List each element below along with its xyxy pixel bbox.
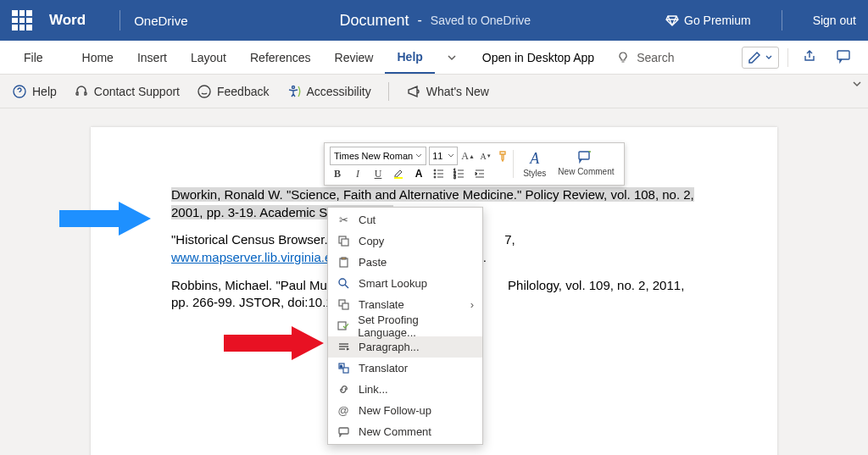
paragraph-icon xyxy=(337,341,350,352)
at-icon: @ xyxy=(337,404,350,417)
chevron-down-icon xyxy=(851,78,863,90)
open-in-desktop-button[interactable]: Open in Desktop App xyxy=(469,51,608,64)
italic-button[interactable]: I xyxy=(350,166,365,181)
svg-point-7 xyxy=(434,173,436,175)
title-bar: Word OneDrive Document - Saved to OneDri… xyxy=(0,0,868,41)
menu-item-new-followup[interactable]: @New Follow-up xyxy=(328,400,482,421)
font-size-select[interactable]: 11 xyxy=(429,147,458,165)
svg-rect-20 xyxy=(579,152,589,159)
tab-help[interactable]: Help xyxy=(385,41,434,74)
styles-icon: A xyxy=(530,150,539,168)
app-launcher-icon[interactable] xyxy=(12,10,32,31)
tab-home[interactable]: Home xyxy=(70,41,125,74)
search-box[interactable]: Search xyxy=(616,51,674,64)
chevron-down-icon xyxy=(415,153,422,159)
styles-button[interactable]: AStyles xyxy=(519,150,550,178)
highlighter-icon xyxy=(392,168,404,180)
svg-point-3 xyxy=(292,86,295,88)
numbering-button[interactable]: 123 xyxy=(452,166,467,181)
tab-references[interactable]: References xyxy=(238,41,323,74)
indent-button[interactable] xyxy=(472,166,487,181)
menu-item-proofing-language[interactable]: Set Proofing Language... xyxy=(328,315,482,336)
diamond-icon xyxy=(665,14,679,27)
ribbon-overflow[interactable] xyxy=(851,78,863,93)
divider xyxy=(120,10,120,31)
chevron-down-icon xyxy=(448,153,454,159)
annotation-arrow-red xyxy=(224,326,326,360)
pencil-icon xyxy=(748,51,761,64)
new-comment-button[interactable]: New Comment xyxy=(554,150,618,178)
tab-review[interactable]: Review xyxy=(323,41,386,74)
menu-item-translate[interactable]: Translate› xyxy=(328,294,482,315)
bold-button[interactable]: B xyxy=(330,166,345,181)
translator-icon: a xyxy=(337,363,350,374)
numbering-icon: 123 xyxy=(453,168,465,180)
link-icon xyxy=(337,384,350,395)
storage-location[interactable]: OneDrive xyxy=(134,14,187,28)
menu-item-smart-lookup[interactable]: Smart Lookup xyxy=(328,273,482,294)
whats-new-button[interactable]: What's New xyxy=(406,84,489,99)
divider xyxy=(782,10,782,31)
accessibility-icon xyxy=(286,84,301,99)
editing-mode-button[interactable] xyxy=(742,47,779,69)
share-button[interactable] xyxy=(797,43,822,72)
comments-button[interactable] xyxy=(831,43,856,72)
svg-rect-28 xyxy=(342,303,348,309)
underline-button[interactable]: U xyxy=(370,166,386,181)
save-status: Saved to OneDrive xyxy=(431,14,531,27)
scissors-icon: ✂ xyxy=(337,214,350,226)
annotation-arrow-blue xyxy=(59,202,153,236)
svg-text:3: 3 xyxy=(453,175,456,180)
svg-point-9 xyxy=(434,176,436,178)
menu-item-paste[interactable]: Paste xyxy=(328,252,482,273)
svg-line-26 xyxy=(345,285,348,288)
go-premium-button[interactable]: Go Premium xyxy=(665,14,751,27)
menu-item-cut[interactable]: ✂Cut xyxy=(328,209,482,230)
mini-toolbar: Times New Roman 11 A▲ A▼ B I U A 123 ASt… xyxy=(324,142,625,186)
tab-insert[interactable]: Insert xyxy=(125,41,179,74)
format-painter-button[interactable] xyxy=(496,148,511,164)
highlight-button[interactable] xyxy=(391,166,406,181)
hyperlink[interactable]: www.mapserver.lib.virginia.edu/ xyxy=(171,250,349,264)
menu-item-new-comment[interactable]: New Comment xyxy=(328,421,482,442)
proofing-icon xyxy=(337,320,349,331)
font-color-button[interactable]: A xyxy=(411,166,426,181)
font-family-select[interactable]: Times New Roman xyxy=(330,147,426,165)
tab-layout[interactable]: Layout xyxy=(179,41,238,74)
dash: - xyxy=(417,13,421,28)
divider xyxy=(388,82,389,101)
sign-out-button[interactable]: Sign out xyxy=(813,14,856,27)
menu-item-link[interactable]: Link... xyxy=(328,379,482,400)
tab-more[interactable] xyxy=(435,41,469,74)
help-button[interactable]: Help xyxy=(12,84,57,99)
smile-icon xyxy=(197,84,212,99)
contact-support-button[interactable]: Contact Support xyxy=(74,84,180,99)
bullets-button[interactable] xyxy=(431,166,447,181)
svg-rect-24 xyxy=(342,258,346,259)
search-icon xyxy=(337,278,350,289)
menu-item-translator[interactable]: aTranslator xyxy=(328,358,482,379)
tab-file[interactable]: File xyxy=(12,41,55,74)
copy-icon xyxy=(337,236,350,247)
translate-icon xyxy=(337,299,350,310)
accessibility-button[interactable]: Accessibility xyxy=(286,84,370,99)
svg-point-5 xyxy=(434,169,436,171)
shrink-font-button[interactable]: A▼ xyxy=(478,148,493,164)
svg-point-25 xyxy=(339,279,346,286)
feedback-button[interactable]: Feedback xyxy=(197,84,269,99)
document-title[interactable]: Document xyxy=(339,12,409,30)
menu-item-paragraph[interactable]: Paragraph... xyxy=(328,336,482,358)
svg-rect-22 xyxy=(342,239,348,246)
indent-icon xyxy=(474,168,486,180)
comment-icon xyxy=(836,48,851,64)
grow-font-button[interactable]: A▲ xyxy=(460,148,476,164)
ribbon-tabs: File Home Insert Layout References Revie… xyxy=(0,41,868,75)
headset-icon xyxy=(74,84,89,99)
svg-rect-0 xyxy=(837,51,849,59)
menu-item-copy[interactable]: Copy xyxy=(328,230,482,252)
megaphone-icon xyxy=(406,84,421,99)
svg-rect-34 xyxy=(343,368,348,373)
bullets-icon xyxy=(433,168,445,180)
comment-plus-icon xyxy=(578,150,593,167)
chevron-down-icon xyxy=(447,53,457,63)
